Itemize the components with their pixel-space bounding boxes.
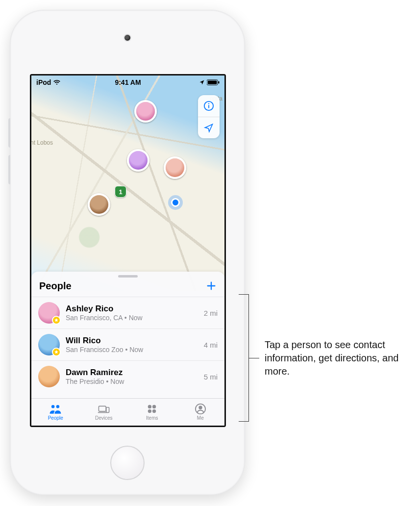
svg-point-13 (148, 405, 151, 408)
info-button[interactable] (198, 95, 220, 117)
svg-point-15 (148, 409, 151, 413)
callout-bracket (239, 294, 258, 422)
person-info: Ashley Rico San Francisco, CA • Now (66, 304, 198, 322)
person-row[interactable]: Ashley Rico San Francisco, CA • Now 2 mi (31, 297, 224, 329)
map-controls (198, 95, 220, 138)
person-distance: 5 mi (204, 373, 218, 381)
wifi-icon (53, 79, 61, 85)
tab-label: Me (197, 415, 204, 421)
device-label: iPod (36, 78, 51, 86)
status-time: 9:41 AM (115, 78, 141, 86)
avatar (38, 334, 60, 355)
person-row[interactable]: Will Rico San Francisco Zoo • Now 4 mi (31, 329, 224, 361)
favorite-star-icon (52, 348, 61, 356)
front-camera (124, 34, 131, 42)
people-list: Ashley Rico San Francisco, CA • Now 2 mi (31, 297, 224, 392)
tab-items[interactable]: Items (128, 399, 176, 426)
svg-rect-10 (99, 406, 106, 411)
svg-point-9 (56, 405, 60, 408)
home-button[interactable] (110, 446, 145, 480)
favorite-star-icon (52, 316, 61, 325)
map-view[interactable]: nt Lobos onita 1 (31, 76, 224, 291)
pin-friend-c[interactable] (164, 156, 186, 179)
person-subtitle: The Presidio • Now (66, 378, 198, 385)
screen: nt Lobos onita 1 (30, 74, 226, 427)
person-name: Will Rico (66, 336, 198, 346)
add-person-button[interactable] (206, 280, 217, 292)
person-subtitle: San Francisco, CA • Now (66, 314, 198, 322)
person-info: Will Rico San Francisco Zoo • Now (66, 336, 198, 354)
svg-rect-5 (218, 81, 219, 84)
pin-will[interactable] (88, 193, 110, 216)
pin-ashley[interactable] (134, 100, 157, 123)
location-services-icon (199, 79, 205, 85)
sheet-title: People (39, 280, 72, 292)
tab-people[interactable]: People (31, 399, 80, 426)
sheet-grabber[interactable] (118, 275, 138, 278)
tab-label: People (48, 415, 63, 421)
person-name: Dawn Ramirez (66, 368, 198, 378)
pin-friend-b[interactable] (127, 149, 149, 172)
map-label-lobos: nt Lobos (31, 139, 53, 146)
svg-point-18 (198, 406, 202, 409)
person-info: Dawn Ramirez The Presidio • Now (66, 368, 198, 385)
avatar (38, 302, 60, 324)
svg-point-2 (208, 103, 209, 104)
ipod-device-frame: nt Lobos onita 1 (10, 10, 245, 495)
battery-icon (207, 79, 220, 85)
svg-point-14 (152, 405, 156, 408)
current-location-dot (171, 198, 180, 207)
svg-point-8 (51, 405, 55, 408)
locate-me-button[interactable] (198, 117, 220, 138)
person-row[interactable]: Dawn Ramirez The Presidio • Now 5 mi (31, 361, 224, 392)
svg-rect-11 (106, 407, 109, 413)
svg-rect-4 (208, 80, 217, 84)
status-bar: iPod 9:41 AM (31, 76, 224, 89)
tab-label: Items (146, 415, 158, 421)
sheet-header: People (31, 279, 224, 297)
person-subtitle: San Francisco Zoo • Now (66, 346, 198, 354)
callout-text: Tap a person to see contact information,… (265, 338, 407, 378)
tab-bar: People Devices Items Me (31, 398, 224, 426)
tab-me[interactable]: Me (176, 399, 225, 426)
person-distance: 2 mi (204, 309, 218, 317)
avatar (38, 366, 60, 387)
people-sheet[interactable]: People Ashley Rico Sa (31, 272, 224, 398)
tab-devices[interactable]: Devices (80, 399, 128, 426)
tab-label: Devices (95, 415, 113, 421)
svg-point-16 (152, 409, 156, 413)
person-name: Ashley Rico (66, 304, 198, 314)
person-distance: 4 mi (204, 341, 218, 349)
highway-shield: 1 (115, 186, 126, 198)
